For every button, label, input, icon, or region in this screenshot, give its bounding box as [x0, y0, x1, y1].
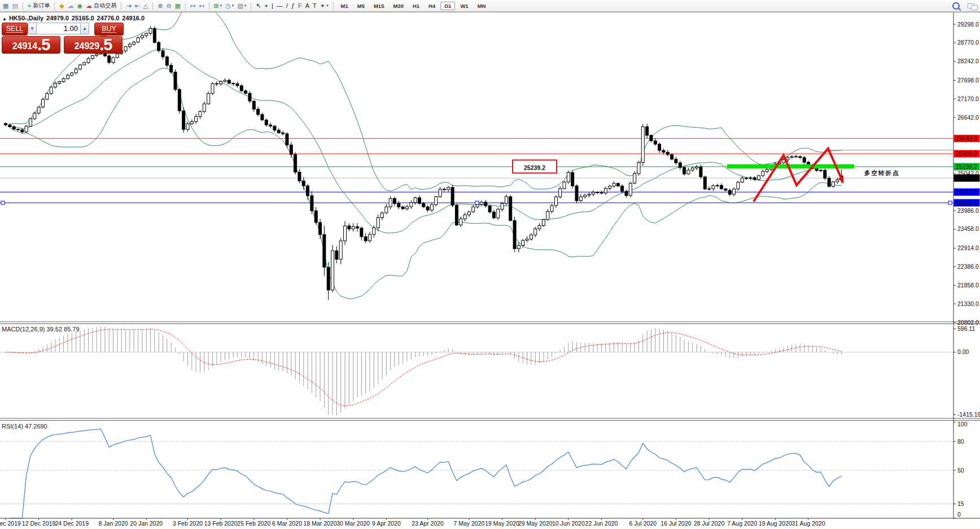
svg-text:23458.0: 23458.0: [957, 225, 979, 232]
chart-title: ▲HK50-,Daily24979.025165.024776.024916.0: [2, 15, 145, 21]
step-forward-icon[interactable]: ↦: [189, 1, 197, 10]
volume-decrease-button[interactable]: ▼: [28, 23, 37, 34]
date-axis: 2 Dec 201912 Dec 201924 Dec 20198 Jan 20…: [0, 518, 825, 527]
macd-indicator-label: MACD(12,26,9) 39.52 85.79: [2, 326, 80, 333]
fibonacci-icon[interactable]: ƒ: [290, 1, 296, 10]
one-click-trading-panel: SELL ▼ ▲ BUY 24914.5 24929.5: [2, 23, 123, 54]
text-icon[interactable]: A: [304, 1, 311, 10]
ask-price-button[interactable]: 24929.5: [64, 36, 123, 54]
chart-autoscroll-icon[interactable]: ⇥: [124, 1, 133, 10]
svg-text:26642.0: 26642.0: [957, 114, 979, 121]
rsi-value: 47.2690: [25, 423, 47, 430]
search-icon[interactable]: [952, 2, 960, 10]
chevron-down-icon[interactable]: ▾: [220, 3, 222, 8]
new-order-icon-label: 新订单: [33, 2, 50, 10]
text-label-icon[interactable]: T: [311, 1, 318, 10]
step-back-icon[interactable]: ↤: [197, 1, 205, 10]
svg-text:13 Feb 2020: 13 Feb 2020: [204, 520, 238, 527]
bollinger-bands: [10, 1, 841, 299]
timeframe-h4[interactable]: H4: [425, 2, 439, 10]
svg-text:23 Apr 2020: 23 Apr 2020: [412, 520, 444, 527]
sell-button[interactable]: SELL: [2, 23, 28, 36]
chat-icon[interactable]: [968, 3, 974, 8]
trendline-icon[interactable]: /: [285, 1, 290, 10]
timeframe-mn[interactable]: MN: [474, 2, 490, 10]
new-chart-icon[interactable]: ▦: [1, 1, 10, 10]
zoom-out-icon[interactable]: ⊖: [164, 1, 173, 10]
toolbar-separator: [54, 2, 55, 10]
metaeditor-icon[interactable]: ◆: [58, 1, 65, 10]
cursor-icon[interactable]: ↖: [254, 1, 262, 10]
bid-frac: .5: [37, 38, 50, 52]
community-icon[interactable]: ☁: [66, 1, 76, 10]
collapse-triangle-icon[interactable]: ▲: [2, 16, 7, 21]
hline-handle[interactable]: [1, 201, 5, 204]
crosshair-icon[interactable]: +: [263, 1, 270, 10]
svg-text:25 Feb 2020: 25 Feb 2020: [237, 520, 270, 527]
vertical-line-icon[interactable]: |: [270, 1, 275, 10]
horizontal-line-icon: —: [277, 3, 283, 9]
new-order-icon[interactable]: +新订单: [26, 1, 51, 10]
toolbar-group: ↦↤: [187, 0, 207, 11]
toolbar-separator: [209, 2, 209, 10]
volume-increase-button[interactable]: ▲: [80, 23, 89, 34]
svg-text:80: 80: [957, 438, 964, 445]
shapes-icon[interactable]: ✦▾: [318, 1, 330, 10]
indicators-icon[interactable]: ⊞▾: [212, 1, 224, 10]
svg-text:15: 15: [957, 500, 964, 507]
chevron-down-icon[interactable]: ▾: [244, 3, 247, 8]
toolbar-group: ⇥⇤△: [123, 0, 151, 11]
chart-canvas[interactable]: 25239.2多空转折点29298.028770.028242.027698.0…: [0, 0, 980, 529]
text-label-icon: T: [313, 3, 317, 9]
timeframe-m15[interactable]: M15: [370, 2, 388, 10]
svg-text:29 May 2020: 29 May 2020: [518, 520, 553, 527]
mt4-window: ▦▤+新订单◆☁◉☁自动交易⇥⇤△⊕⊖▦↦↤⊞▾◷▾▧▾↖+|—/ƒFAT✦▾M…: [0, 0, 980, 529]
timeframe-m5[interactable]: M5: [353, 2, 369, 10]
signals-icon[interactable]: ◉: [76, 1, 85, 10]
zigzag-arrow-annotation[interactable]: [754, 148, 842, 202]
bid-price-button[interactable]: 24914.5: [2, 36, 60, 54]
timeframe-h1[interactable]: H1: [409, 2, 423, 10]
periods-icon[interactable]: ◷▾: [224, 1, 235, 10]
timeframe-d1[interactable]: D1: [440, 2, 455, 10]
svg-text:20802.0: 20802.0: [957, 319, 979, 326]
svg-text:20 Jan 2020: 20 Jan 2020: [130, 520, 163, 527]
chart-shift-icon: ⇤: [135, 3, 140, 9]
hline-handle[interactable]: [475, 201, 479, 204]
price-axis: 29298.028770.028242.027698.027170.026642…: [953, 21, 980, 519]
zoom-in-icon[interactable]: ⊕: [156, 1, 164, 10]
signals-icon: ◉: [77, 3, 83, 9]
fibonacci-fan-icon[interactable]: F: [296, 1, 304, 10]
svg-text:28242.0: 28242.0: [957, 58, 979, 64]
shapes-icon: ✦: [320, 3, 325, 9]
svg-text:26043.0: 26043.0: [956, 135, 977, 142]
chevron-down-icon[interactable]: ▾: [326, 3, 329, 8]
chevron-down-icon[interactable]: ▾: [232, 3, 234, 8]
autotrading-icon[interactable]: ☁自动交易: [84, 1, 118, 10]
svg-text:29298.0: 29298.0: [957, 21, 979, 28]
timeframe-m30[interactable]: M30: [389, 2, 407, 10]
svg-text:19 May 2020: 19 May 2020: [485, 520, 519, 527]
tile-windows-icon[interactable]: ▦: [173, 1, 182, 10]
chart-foreground-icon[interactable]: △: [142, 1, 150, 10]
timeframe-m1[interactable]: M1: [337, 2, 352, 10]
svg-text:3 Feb 2020: 3 Feb 2020: [173, 520, 203, 527]
svg-text:27698.0: 27698.0: [957, 77, 979, 84]
buy-button[interactable]: BUY: [94, 23, 124, 36]
chart-preview-icon[interactable]: ▤: [10, 1, 19, 10]
svg-text:6 Jul 2020: 6 Jul 2020: [629, 520, 657, 527]
svg-text:50: 50: [957, 467, 964, 474]
svg-text:596.11: 596.11: [957, 325, 975, 332]
toolbar-separator: [23, 2, 23, 10]
timeframe-w1[interactable]: W1: [456, 2, 472, 10]
toolbar-group: ◆☁◉☁自动交易: [56, 0, 119, 11]
hline-handle[interactable]: [948, 201, 952, 204]
svg-text:27170.0: 27170.0: [957, 95, 979, 102]
annotation-cn-text[interactable]: 多空转折点: [864, 169, 900, 177]
volume-input[interactable]: [37, 23, 80, 34]
templates-icon[interactable]: ▧▾: [235, 1, 248, 10]
ohlc-open: 24979.0: [46, 15, 69, 21]
horizontal-line-icon[interactable]: —: [275, 1, 285, 10]
chart-shift-icon[interactable]: ⇤: [133, 1, 142, 10]
macd-panel: [0, 326, 953, 416]
